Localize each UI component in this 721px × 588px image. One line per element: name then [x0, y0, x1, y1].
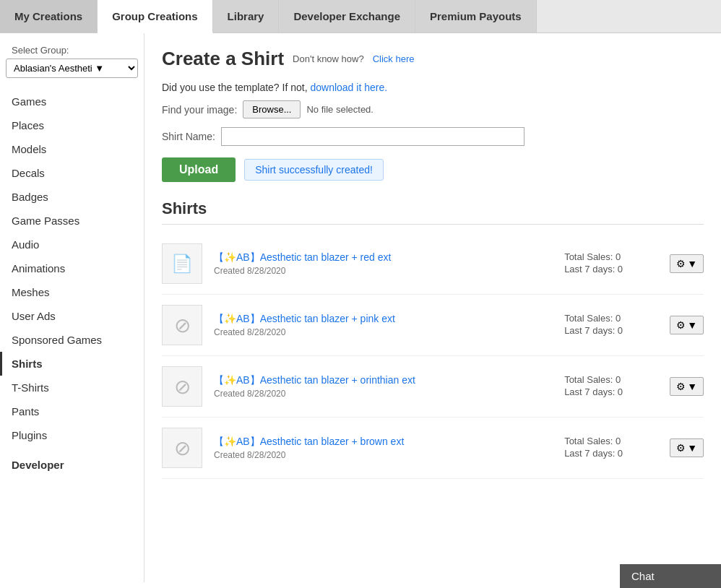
sidebar-item-sponsored-games[interactable]: Sponsored Games — [0, 328, 144, 352]
shirt-thumb: ⊘ — [162, 305, 202, 345]
tab-my-creations[interactable]: My Creations — [0, 0, 98, 33]
main-layout: Select Group: Ablasian's Aestheti ▼ Game… — [0, 33, 721, 582]
shirt-name-label: Shirt Name: — [162, 131, 215, 142]
sidebar-item-meshes[interactable]: Meshes — [0, 280, 144, 304]
sidebar-item-games[interactable]: Games — [0, 90, 144, 113]
shirt-last-7-days: Last 7 days: 0 — [564, 386, 658, 397]
shirt-stats: Total Sales: 0 Last 7 days: 0 — [564, 313, 658, 337]
shirt-date: Created 8/28/2020 — [214, 389, 553, 399]
shirt-total-sales: Total Sales: 0 — [564, 374, 658, 385]
sidebar-item-audio[interactable]: Audio — [0, 233, 144, 256]
shirt-last-7-days: Last 7 days: 0 — [564, 448, 658, 459]
shirt-stats: Total Sales: 0 Last 7 days: 0 — [564, 251, 658, 276]
tab-group-creations[interactable]: Group Creations — [98, 0, 212, 33]
shirt-item: ⊘ 【✨AB】Aesthetic tan blazer + orinthian … — [162, 356, 704, 418]
create-form: Did you use the template? If not, downlo… — [162, 82, 704, 182]
sidebar-item-game-passes[interactable]: Game Passes — [0, 209, 144, 233]
sidebar-item-badges[interactable]: Badges — [0, 185, 144, 209]
shirt-total-sales: Total Sales: 0 — [564, 436, 658, 446]
shirt-item: ⊘ 【✨AB】Aesthetic tan blazer + brown ext … — [162, 418, 704, 479]
shirt-stats: Total Sales: 0 Last 7 days: 0 — [564, 374, 658, 399]
shirt-info: 【✨AB】Aesthetic tan blazer + orinthian ex… — [214, 374, 553, 399]
shirt-item: ⊘ 【✨AB】Aesthetic tan blazer + pink ext C… — [162, 295, 704, 356]
shirts-section-title: Shirts — [162, 199, 704, 225]
shirt-thumb: ⊘ — [162, 428, 202, 468]
group-select[interactable]: Ablasian's Aestheti ▼ — [6, 59, 138, 78]
sidebar-item-user-ads[interactable]: User Ads — [0, 304, 144, 328]
shirt-name-link[interactable]: 【✨AB】Aesthetic tan blazer + pink ext — [214, 313, 395, 324]
shirts-list: 📄 【✨AB】Aesthetic tan blazer + red ext Cr… — [162, 233, 704, 479]
gear-icon: ⚙ — [676, 319, 686, 331]
create-shirt-title: Create a Shirt — [162, 48, 284, 70]
shirt-total-sales: Total Sales: 0 — [564, 313, 658, 324]
chat-bar[interactable]: Chat — [620, 564, 721, 582]
shirt-name-link[interactable]: 【✨AB】Aesthetic tan blazer + red ext — [214, 251, 391, 263]
developer-label[interactable]: Developer — [0, 453, 144, 477]
gear-icon: ⚙ — [676, 442, 686, 454]
tab-library[interactable]: Library — [213, 0, 280, 33]
sidebar-item-pants[interactable]: Pants — [0, 399, 144, 423]
dropdown-arrow-icon: ▼ — [687, 442, 697, 454]
find-image-row: Find your image: Browse... No file selec… — [162, 100, 704, 118]
form-actions: Upload Shirt successfully created! — [162, 157, 704, 182]
find-image-label: Find your image: — [162, 104, 237, 116]
content-area: Create a Shirt Don't know how? Click her… — [144, 33, 721, 582]
shirt-name-input[interactable] — [221, 127, 524, 146]
sidebar-item-models[interactable]: Models — [0, 137, 144, 161]
tab-developer-exchange[interactable]: Developer Exchange — [279, 0, 415, 33]
shirt-info: 【✨AB】Aesthetic tan blazer + brown ext Cr… — [214, 436, 553, 460]
shirt-thumb: ⊘ — [162, 366, 202, 407]
shirt-thumbnail-icon: ⊘ — [174, 436, 191, 460]
shirt-total-sales: Total Sales: 0 — [564, 251, 658, 262]
shirt-name-row: Shirt Name: — [162, 127, 704, 146]
shirt-item: 📄 【✨AB】Aesthetic tan blazer + red ext Cr… — [162, 233, 704, 295]
shirt-last-7-days: Last 7 days: 0 — [564, 264, 658, 274]
tab-premium-payouts[interactable]: Premium Payouts — [415, 0, 537, 33]
shirt-thumb: 📄 — [162, 243, 202, 284]
gear-icon: ⚙ — [676, 258, 686, 269]
no-file-text: No file selected. — [306, 104, 374, 115]
shirt-info: 【✨AB】Aesthetic tan blazer + pink ext Cre… — [214, 313, 553, 337]
sidebar-item-t-shirts[interactable]: T-Shirts — [0, 376, 144, 399]
sidebar-item-places[interactable]: Places — [0, 113, 144, 137]
shirt-name-link[interactable]: 【✨AB】Aesthetic tan blazer + orinthian ex… — [214, 374, 415, 386]
shirt-name-link[interactable]: 【✨AB】Aesthetic tan blazer + brown ext — [214, 436, 404, 447]
dropdown-arrow-icon: ▼ — [687, 381, 697, 392]
shirt-date: Created 8/28/2020 — [214, 450, 553, 460]
success-message: Shirt successfully created! — [244, 159, 384, 181]
group-label: Select Group: — [0, 45, 144, 59]
shirt-info: 【✨AB】Aesthetic tan blazer + red ext Crea… — [214, 251, 553, 276]
gear-icon: ⚙ — [676, 381, 686, 392]
sidebar-item-shirts[interactable]: Shirts — [0, 352, 144, 376]
shirt-stats: Total Sales: 0 Last 7 days: 0 — [564, 436, 658, 460]
sidebar-item-decals[interactable]: Decals — [0, 161, 144, 185]
shirt-last-7-days: Last 7 days: 0 — [564, 325, 658, 336]
dropdown-arrow-icon: ▼ — [687, 319, 697, 331]
template-download-link[interactable]: download it here. — [310, 82, 387, 93]
shirt-date: Created 8/28/2020 — [214, 327, 553, 337]
browse-button[interactable]: Browse... — [243, 100, 301, 118]
sidebar-item-plugins[interactable]: Plugins — [0, 423, 144, 447]
sidebar: Select Group: Ablasian's Aestheti ▼ Game… — [0, 33, 144, 582]
shirt-thumbnail-icon: ⊘ — [174, 314, 191, 337]
help-prefix-text: Don't know how? — [293, 53, 364, 64]
shirt-gear-button[interactable]: ⚙ ▼ — [670, 316, 704, 334]
upload-button[interactable]: Upload — [162, 157, 236, 182]
top-nav: My Creations Group Creations Library Dev… — [0, 0, 721, 33]
shirt-gear-button[interactable]: ⚙ ▼ — [670, 438, 704, 457]
shirt-thumbnail-icon: 📄 — [171, 254, 193, 274]
shirt-gear-button[interactable]: ⚙ ▼ — [670, 254, 704, 273]
dropdown-arrow-icon: ▼ — [687, 258, 697, 269]
sidebar-item-animations[interactable]: Animations — [0, 256, 144, 280]
help-link[interactable]: Click here — [373, 53, 415, 64]
shirt-date: Created 8/28/2020 — [214, 266, 553, 276]
template-text: Did you use the template? If not, downlo… — [162, 82, 704, 93]
chat-label: Chat — [631, 570, 655, 582]
shirt-gear-button[interactable]: ⚙ ▼ — [670, 377, 704, 396]
shirt-thumbnail-icon: ⊘ — [174, 375, 191, 399]
create-shirt-header: Create a Shirt Don't know how? Click her… — [162, 48, 704, 70]
